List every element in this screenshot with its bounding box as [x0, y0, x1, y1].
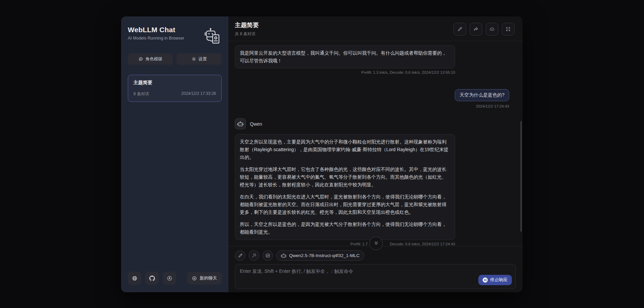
prompt-edit-button[interactable]: [235, 250, 246, 261]
github-button[interactable]: [145, 271, 159, 285]
sidebar-header: WebLLM Chat AI Models Running in Browser: [128, 26, 222, 45]
scrollbar-thumb[interactable]: [521, 121, 522, 232]
assistant-paragraph: 在白天，我们看到的太阳光在进入大气层时，蓝光被散射到各个方向，使得我们无论朝哪个…: [240, 193, 450, 216]
message-list: 我是阿里云开发的大型语言模型，我叫通义千问。你可以叫我千问。有什么问题或者帮助你…: [228, 41, 523, 246]
chat-title: 主题简要: [235, 21, 259, 29]
message-input-box: 停止响应: [235, 264, 516, 289]
message-stats: Prefill: 1.7Decode: 0.6 tok/s, 2024/12/2…: [235, 242, 455, 246]
user-message-group: 天空为什么是蓝色的? 2024/12/2 17:24:43: [235, 89, 509, 108]
mask-box-icon: [265, 253, 270, 258]
globe-icon: [132, 275, 138, 281]
chat-item-meta: 8 条对话 2024/12/2 17:33:26: [133, 91, 216, 97]
scroll-to-bottom-button[interactable]: [369, 237, 383, 250]
assistant-avatar: [235, 118, 246, 129]
composer-toolbar: Qwen2.5-7B-Instruct-q4f32_1-MLC: [235, 250, 516, 261]
app-subtitle: AI Models Running in Browser: [128, 36, 184, 41]
robot-head-icon: [237, 121, 244, 127]
update-circle-a-icon: [167, 275, 172, 281]
magic-wand-icon: [252, 253, 257, 258]
app-branding: WebLLM Chat AI Models Running in Browser: [128, 26, 184, 41]
chat-item-time: 2024/12/2 17:33:26: [181, 91, 216, 97]
fullscreen-button[interactable]: [502, 23, 515, 36]
plus-circle-icon: [192, 276, 197, 281]
assistant-message-text: 我是阿里云开发的大型语言模型，我叫通义千问。你可以叫我千问。有什么问题或者帮助你…: [240, 49, 450, 64]
stats-decode: Decode: 0.6 tok/s, 2024/12/2 17:24:43: [390, 242, 455, 246]
chat-panel: 主题简要 共 8 条对话: [228, 16, 523, 292]
assistant-identity-row: Qwen: [235, 118, 509, 129]
role-templates-button[interactable]: 角色模版: [128, 53, 173, 65]
pencil-icon: [238, 253, 243, 258]
fullscreen-icon: [505, 26, 511, 32]
message-input[interactable]: [235, 264, 516, 289]
chat-list-item-selected[interactable]: 主题简要 8 条对话 2024/12/2 17:33:26: [128, 75, 222, 102]
sidebar-actions: 角色模版 设置: [128, 53, 222, 65]
assistant-message-bubble[interactable]: 我是阿里云开发的大型语言模型，我叫通义千问。你可以叫我千问。有什么问题或者帮助你…: [235, 45, 455, 68]
assistant-name: Qwen: [250, 121, 262, 127]
new-chat-button[interactable]: 新的聊天: [187, 272, 222, 285]
model-selector[interactable]: Qwen2.5-7B-Instruct-q4f32_1-MLC: [276, 250, 364, 261]
double-chevron-down-icon: [374, 241, 379, 246]
chat-header-actions: [453, 23, 515, 36]
assistant-paragraph: 所以，天空之所以是蓝色的，是因为蓝光被大气分子散射到各个方向，使得我们无论朝哪个…: [240, 221, 450, 236]
app-window: WebLLM Chat AI Models Running in Browser: [121, 16, 523, 292]
composer: Qwen2.5-7B-Instruct-q4f32_1-MLC 停止响应: [228, 246, 523, 292]
gear-icon: [192, 57, 196, 61]
github-icon: [149, 275, 155, 281]
cloud-download-icon: [489, 26, 495, 32]
assistant-paragraph: 当太阳光穿过地球大气层时，它包含了各种颜色的光，这些颜色对应不同的波长。其中，蓝…: [240, 166, 450, 188]
message-timestamp: 2024/12/2 17:24:43: [476, 104, 509, 108]
prompt-hints-button[interactable]: [249, 250, 259, 261]
chat-header: 主题简要 共 8 条对话: [228, 16, 523, 41]
assistant-message-bubble[interactable]: 天空之所以呈现蓝色，主要是因为大气中的分子和微小颗粒会对阳光进行散射。这种现象被…: [235, 134, 455, 240]
app-title: WebLLM Chat: [128, 26, 184, 34]
pause-circle-icon: [483, 278, 488, 283]
settings-button[interactable]: 设置: [176, 53, 222, 65]
user-message-text: 天空为什么是蓝色的?: [460, 92, 504, 98]
model-name: Qwen2.5-7B-Instruct-q4f32_1-MLC: [289, 253, 360, 258]
robot-logo-icon: [204, 27, 222, 45]
share-arrow-icon: [473, 26, 479, 32]
mask-button[interactable]: [262, 250, 273, 261]
chat-bubble-icon: [139, 57, 143, 61]
sidebar: WebLLM Chat AI Models Running in Browser: [121, 16, 228, 292]
auto-update-button[interactable]: [163, 271, 176, 285]
user-message-bubble[interactable]: 天空为什么是蓝色的?: [455, 89, 509, 101]
share-chat-button[interactable]: [470, 23, 482, 36]
robot-head-icon: [281, 253, 286, 258]
chat-item-title: 主题简要: [133, 80, 216, 86]
assistant-message-group: 我是阿里云开发的大型语言模型，我叫通义千问。你可以叫我千问。有什么问题或者帮助你…: [235, 45, 455, 74]
rename-chat-button[interactable]: [453, 23, 466, 36]
chat-item-count: 8 条对话: [133, 91, 149, 97]
message-stats: Prefill: 1.3 tok/s, Decode: 0.6 tok/s, 2…: [235, 70, 455, 74]
assistant-message-group: 天空之所以呈现蓝色，主要是因为大气中的分子和微小颗粒会对阳光进行散射。这种现象被…: [235, 134, 455, 246]
website-button[interactable]: [128, 271, 141, 285]
settings-label: 设置: [199, 56, 207, 62]
role-templates-label: 角色模版: [146, 56, 162, 62]
stop-response-button[interactable]: 停止响应: [478, 275, 512, 285]
chat-subtitle: 共 8 条对话: [235, 31, 259, 37]
chat-header-titles: 主题简要 共 8 条对话: [235, 21, 259, 37]
stop-response-label: 停止响应: [490, 277, 507, 283]
stats-prefill: Prefill: 1.7: [351, 242, 368, 246]
pencil-icon: [457, 26, 463, 32]
export-chat-button[interactable]: [486, 23, 498, 36]
new-chat-label: 新的聊天: [200, 275, 217, 281]
assistant-paragraph: 天空之所以呈现蓝色，主要是因为大气中的分子和微小颗粒会对阳光进行散射。这种现象被…: [240, 138, 450, 161]
sidebar-footer: 新的聊天: [128, 271, 222, 285]
